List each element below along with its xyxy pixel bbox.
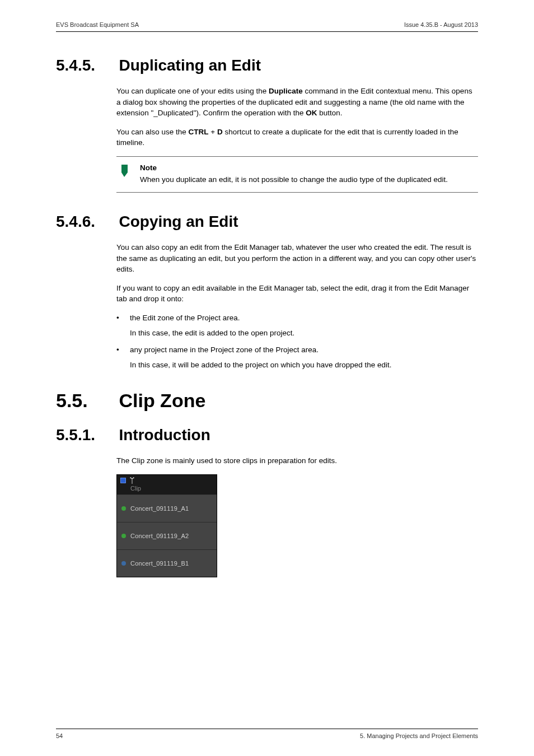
heading-title: Copying an Edit <box>119 213 238 231</box>
clip-item-list: Concert_091119_A1Concert_091119_A2Concer… <box>117 495 217 577</box>
text: + <box>209 128 217 136</box>
header-rule <box>56 31 478 32</box>
paragraph: The Clip zone is mainly used to store cl… <box>116 455 478 466</box>
text: You can duplicate one of your edits usin… <box>116 87 269 95</box>
term-d: D <box>217 128 223 136</box>
bullet-text: the Edit zone of the Project area. <box>130 312 478 324</box>
heading-title: Clip Zone <box>119 390 205 412</box>
page-number: 54 <box>56 732 63 739</box>
status-dot-icon <box>121 561 126 566</box>
clip-zone-header: Clip <box>117 475 217 495</box>
text: button. <box>317 109 343 117</box>
heading-number: 5.4.5. <box>56 57 116 74</box>
clip-item-label: Concert_091119_B1 <box>130 560 189 567</box>
status-dot-icon <box>121 506 126 511</box>
list-item: •the Edit zone of the Project area. In t… <box>116 312 478 339</box>
paragraph: If you want to copy an edit available in… <box>116 283 478 305</box>
heading-number: 5.5.1. <box>56 426 116 444</box>
header-left: EVS Broadcast Equipment SA <box>56 21 139 28</box>
note-text: When you duplicate an edit, it is not po… <box>140 175 448 184</box>
bullet-subtext: In this case, the edit is added to the o… <box>130 328 478 339</box>
clip-header-label: Clip <box>117 485 217 495</box>
term-duplicate: Duplicate <box>269 87 303 95</box>
antenna-icon <box>129 477 135 484</box>
footer-chapter: 5. Managing Projects and Project Element… <box>360 732 478 739</box>
list-item: •any project name in the Project zone of… <box>116 344 478 371</box>
heading-5-4-6: 5.4.6. Copying an Edit <box>56 213 478 231</box>
term-ok: OK <box>306 109 317 117</box>
term-ctrl: CTRL <box>189 128 209 136</box>
heading-5-5: 5.5. Clip Zone <box>56 390 478 412</box>
bullet-subtext: In this case, it will be added to the pr… <box>130 360 478 371</box>
heading-title: Introduction <box>119 426 210 444</box>
svg-rect-0 <box>121 478 126 483</box>
clip-item: Concert_091119_B1 <box>117 550 217 577</box>
bullet-text: any project name in the Project zone of … <box>130 344 478 356</box>
heading-number: 5.5. <box>56 390 116 412</box>
clip-item: Concert_091119_A1 <box>117 495 217 522</box>
heading-5-4-5: 5.4.5. Duplicating an Edit <box>56 57 478 74</box>
clip-item: Concert_091119_A2 <box>117 522 217 550</box>
clip-item-label: Concert_091119_A2 <box>130 533 189 539</box>
square-icon <box>120 478 126 483</box>
paragraph: You can duplicate one of your edits usin… <box>116 86 478 119</box>
footer: 54 5. Managing Projects and Project Elem… <box>56 729 478 739</box>
heading-5-5-1: 5.5.1. Introduction <box>56 426 478 444</box>
header-right: Issue 4.35.B - August 2013 <box>404 21 478 28</box>
paragraph: You can also copy an edit from the Edit … <box>116 242 478 275</box>
text: You can also use the <box>116 128 189 136</box>
bullet-mark: • <box>116 344 130 356</box>
heading-title: Duplicating an Edit <box>119 57 261 74</box>
note-heading: Note <box>140 162 475 174</box>
clip-zone-screenshot: Clip Concert_091119_A1Concert_091119_A2C… <box>116 474 217 577</box>
paragraph: You can also use the CTRL + D shortcut t… <box>116 127 478 148</box>
note-box: Note When you duplicate an edit, it is n… <box>116 156 478 193</box>
bullet-mark: • <box>116 312 130 324</box>
clip-item-label: Concert_091119_A1 <box>130 505 189 512</box>
note-marker-icon <box>120 162 130 185</box>
footer-rule <box>56 729 478 729</box>
status-dot-icon <box>121 534 126 538</box>
heading-number: 5.4.6. <box>56 213 116 231</box>
